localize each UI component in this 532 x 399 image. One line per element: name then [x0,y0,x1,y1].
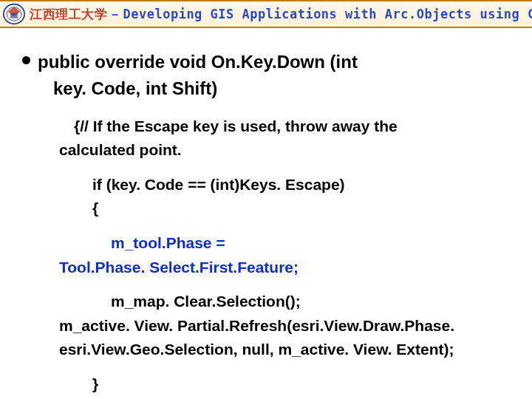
slide-content: public override void On.Key.Down (int ke… [0,28,532,396]
method-signature-line1: public override void On.Key.Down (int [38,50,358,74]
header-separator: － [109,7,122,21]
header-title: 江西理工大学－Developing GIS Applications with … [30,6,532,23]
refresh-line1: m_active. View. Partial.Refresh(esri.Vie… [59,314,510,338]
clear-call: m_map. Clear.Selection(); [111,290,510,314]
method-signature-line2: key. Code, int Shift) [53,77,510,100]
open-brace: { [92,197,510,221]
close-brace: } [92,372,510,397]
comment-line2: calculated point. [59,138,510,163]
svg-rect-2 [10,13,18,18]
course-title: Developing GIS Applications with Arc.Obj… [123,7,533,21]
assign-line1: m_tool.Phase = [111,231,510,256]
comment-block: {// If the Escape key is used, throw awa… [22,115,510,163]
university-logo-icon [1,3,27,25]
assign-block: m_tool.Phase = Tool.Phase. Select.First.… [22,231,510,279]
if-block: if (key. Code == (int)Keys. Escape) { [22,173,510,221]
refresh-line2: esri.View.Geo.Selection, null, m_active.… [59,338,510,362]
call-block: m_map. Clear.Selection(); m_active. View… [22,290,510,362]
university-name: 江西理工大学 [30,7,107,21]
comment-line1: {// If the Escape key is used, throw awa… [74,115,510,139]
slide-header: 江西理工大学－Developing GIS Applications with … [0,0,532,28]
if-statement: if (key. Code == (int)Keys. Escape) [92,173,510,197]
bullet-item: public override void On.Key.Down (int [22,50,510,74]
bullet-icon [22,56,30,64]
assign-line2: Tool.Phase. Select.First.Feature; [59,256,510,280]
